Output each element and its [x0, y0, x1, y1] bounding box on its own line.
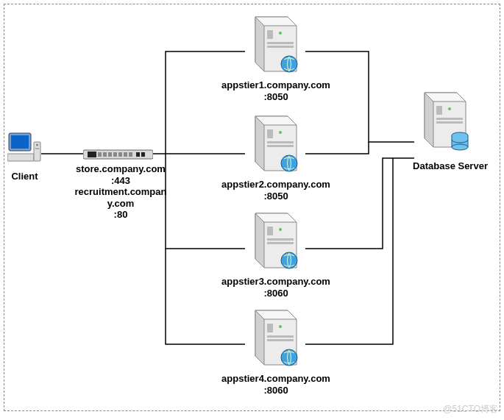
- appserver2-label: appstier2.company.com :8050: [202, 179, 349, 202]
- server-icon: [245, 11, 305, 77]
- svg-marker-21: [255, 17, 264, 71]
- svg-rect-4: [11, 135, 29, 149]
- server-icon: [245, 305, 305, 371]
- svg-point-63: [452, 144, 468, 150]
- svg-rect-16: [124, 152, 127, 157]
- server-icon: [245, 110, 305, 177]
- client-node: [7, 132, 42, 171]
- svg-point-40: [279, 228, 282, 231]
- appserver1-label: appstier1.company.com :8050: [202, 79, 349, 102]
- appserver3-label: appstier3.company.com :8060: [202, 276, 349, 299]
- svg-marker-29: [255, 116, 264, 171]
- appserver4-label: appstier4.company.com :8060: [202, 373, 349, 396]
- loadbalancer-label: store.company.com :443 recruitment.compa…: [69, 163, 172, 221]
- svg-rect-5: [7, 154, 34, 161]
- svg-rect-41: [267, 238, 294, 241]
- svg-point-24: [279, 32, 282, 35]
- svg-rect-47: [267, 324, 273, 332]
- svg-point-32: [279, 131, 282, 134]
- client-label: Client: [4, 171, 45, 182]
- svg-rect-34: [267, 145, 294, 147]
- svg-rect-50: [267, 339, 294, 341]
- dbserver-label: Database Server: [406, 160, 494, 172]
- svg-rect-8: [35, 148, 39, 149]
- svg-rect-57: [436, 118, 463, 120]
- svg-point-7: [36, 144, 38, 146]
- dbserver-node: [414, 87, 475, 160]
- loadbalancer-icon: [83, 148, 153, 161]
- svg-rect-25: [267, 42, 294, 44]
- svg-point-48: [279, 325, 282, 328]
- workstation-icon: [7, 132, 42, 168]
- svg-rect-33: [267, 141, 294, 143]
- svg-rect-15: [118, 152, 122, 157]
- svg-rect-42: [267, 242, 294, 244]
- svg-rect-31: [267, 129, 273, 138]
- svg-rect-49: [267, 335, 294, 338]
- svg-rect-19: [141, 152, 145, 157]
- svg-marker-45: [255, 310, 264, 365]
- svg-rect-18: [136, 152, 140, 157]
- watermark-text: @51CTO博客: [443, 403, 498, 416]
- svg-rect-39: [267, 227, 273, 235]
- svg-rect-58: [436, 121, 463, 124]
- appserver2-node: [245, 110, 305, 179]
- svg-rect-12: [103, 152, 107, 157]
- svg-rect-55: [436, 106, 442, 115]
- svg-point-56: [448, 107, 451, 110]
- svg-rect-10: [88, 152, 96, 157]
- appserver4-node: [245, 305, 305, 373]
- svg-rect-17: [129, 152, 132, 157]
- svg-rect-11: [98, 152, 102, 157]
- server-icon: [245, 207, 305, 274]
- svg-marker-53: [425, 93, 433, 147]
- svg-rect-13: [108, 152, 112, 157]
- svg-rect-14: [113, 152, 117, 157]
- svg-rect-23: [267, 30, 273, 39]
- appserver3-node: [245, 207, 305, 276]
- loadbalancer-node: [83, 148, 153, 163]
- svg-marker-37: [255, 213, 264, 268]
- svg-rect-26: [267, 46, 294, 48]
- appserver1-node: [245, 11, 305, 79]
- database-icon: [414, 87, 475, 157]
